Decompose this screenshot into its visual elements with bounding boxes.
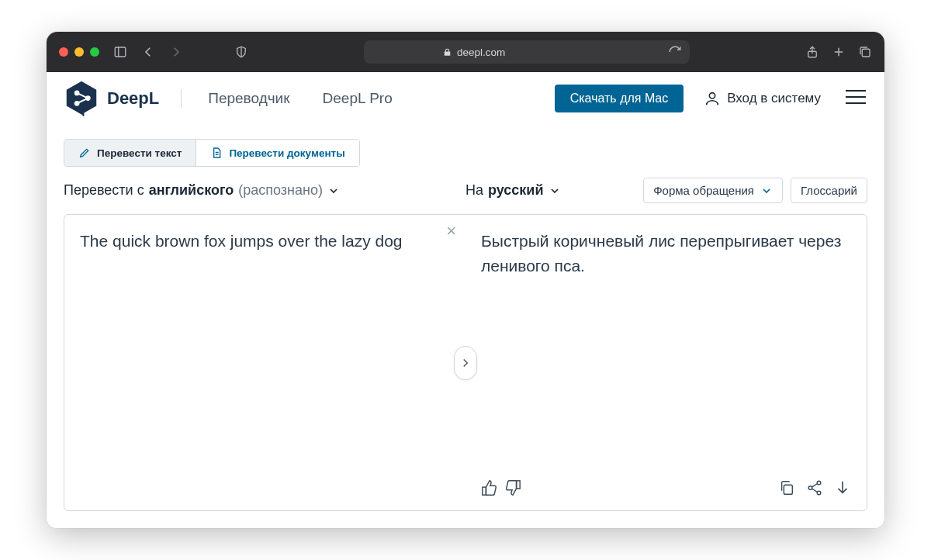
content: Перевести текст Перевести документы Пере… (47, 125, 884, 528)
share-translation-button[interactable] (806, 479, 823, 496)
source-lang-area: Перевести с английского (распознано) (64, 182, 466, 199)
nav-pro[interactable]: DeepL Pro (318, 85, 397, 112)
new-tab-icon[interactable] (832, 45, 846, 59)
deepl-logo-icon (64, 81, 99, 116)
topnav: DeepL Переводчик DeepL Pro Скачать для M… (47, 72, 884, 125)
source-lang-prefix: Перевести с (64, 182, 144, 199)
back-button[interactable] (141, 45, 155, 59)
brand-name: DeepL (107, 88, 159, 109)
address-bar-wrap: deepl.com (262, 40, 791, 64)
thumbs-down-icon (504, 479, 521, 496)
browser-chrome: deepl.com (47, 32, 884, 72)
language-row: Перевести с английского (распознано) На … (64, 178, 867, 203)
download-translation-button[interactable] (834, 479, 851, 496)
source-panel: × The quick brown fox jumps over the laz… (64, 215, 466, 510)
login-button[interactable]: Вход в систему (704, 90, 821, 107)
user-icon (704, 90, 721, 107)
glossary-button[interactable]: Глоссарий (791, 178, 867, 203)
address-host: deepl.com (457, 47, 505, 58)
chevron-down-icon (327, 185, 340, 197)
browser-window: deepl.com (47, 32, 884, 528)
logo[interactable]: DeepL (64, 81, 159, 116)
translator-panels: × The quick brown fox jumps over the laz… (64, 214, 867, 511)
svg-rect-21 (517, 481, 521, 489)
tab-translate-text[interactable]: Перевести текст (64, 140, 196, 166)
svg-rect-22 (784, 485, 792, 494)
chrome-right (805, 45, 872, 59)
nav-divider (181, 89, 182, 108)
address-bar[interactable]: deepl.com (364, 40, 690, 64)
traffic-lights (59, 47, 99, 57)
source-lang-picker[interactable]: Перевести с английского (распознано) (64, 182, 340, 199)
share-icon[interactable] (805, 45, 819, 59)
target-text-output: Быстрый коричневый лис перепрыгивает чер… (481, 229, 851, 473)
target-lang-name: русский (488, 182, 543, 199)
source-lang-detected: (распознано) (238, 182, 323, 199)
svg-rect-20 (483, 487, 486, 495)
tab-translate-docs[interactable]: Перевести документы (196, 140, 358, 166)
svg-rect-0 (115, 47, 126, 57)
page: DeepL Переводчик DeepL Pro Скачать для M… (47, 72, 884, 528)
swap-languages-button[interactable] (454, 346, 477, 380)
chevron-down-icon (760, 185, 773, 197)
svg-line-27 (812, 489, 817, 493)
nav-translator[interactable]: Переводчик (203, 85, 294, 112)
menu-button[interactable] (844, 88, 867, 109)
tabs-overview-icon[interactable] (858, 45, 872, 59)
download-button[interactable]: Скачать для Mac (555, 85, 684, 112)
privacy-shield-icon[interactable] (234, 45, 248, 59)
window-close-button[interactable] (59, 47, 68, 57)
window-minimize-button[interactable] (74, 47, 84, 57)
target-lang-picker[interactable]: На русский (466, 182, 561, 199)
document-icon (210, 147, 223, 159)
svg-point-14 (709, 92, 715, 98)
source-lang-name: английского (149, 182, 234, 199)
svg-marker-7 (67, 81, 96, 114)
target-lang-extras: Форма обращения Глоссарий (643, 178, 867, 203)
mode-tabs: Перевести текст Перевести документы (64, 139, 360, 167)
chevron-right-icon (462, 358, 469, 368)
reload-button[interactable] (668, 45, 682, 59)
svg-rect-6 (862, 49, 870, 57)
target-lang-area: На русский Форма обращения Глоссарий (466, 178, 867, 203)
copy-button[interactable] (778, 479, 795, 496)
hamburger-icon (844, 88, 867, 105)
window-zoom-button[interactable] (90, 47, 99, 57)
arrow-down-icon (834, 479, 851, 496)
formality-label: Форма обращения (653, 184, 754, 197)
lock-icon (442, 47, 452, 57)
target-lang-prefix: На (466, 182, 483, 199)
tab-translate-text-label: Перевести текст (97, 147, 182, 159)
pencil-icon (78, 147, 91, 159)
thumbs-up-icon (481, 479, 498, 496)
sidebar-toggle-icon[interactable] (113, 45, 127, 59)
forward-button[interactable] (169, 45, 183, 59)
login-label: Вход в систему (727, 91, 821, 106)
formality-picker[interactable]: Форма обращения (643, 178, 783, 203)
target-panel: Быстрый коричневый лис перепрыгивает чер… (466, 215, 867, 510)
source-text-input[interactable]: The quick brown fox jumps over the lazy … (80, 229, 450, 496)
clear-source-button[interactable]: × (446, 223, 456, 240)
chevron-down-icon (549, 185, 561, 197)
share-nodes-icon (806, 479, 823, 496)
tab-translate-docs-label: Перевести документы (229, 147, 344, 159)
output-actions (481, 479, 851, 496)
svg-line-26 (812, 484, 817, 488)
thumbs-up-button[interactable] (481, 479, 498, 496)
thumbs-down-button[interactable] (504, 479, 521, 496)
copy-icon (778, 479, 795, 496)
glossary-label: Глоссарий (801, 184, 857, 197)
